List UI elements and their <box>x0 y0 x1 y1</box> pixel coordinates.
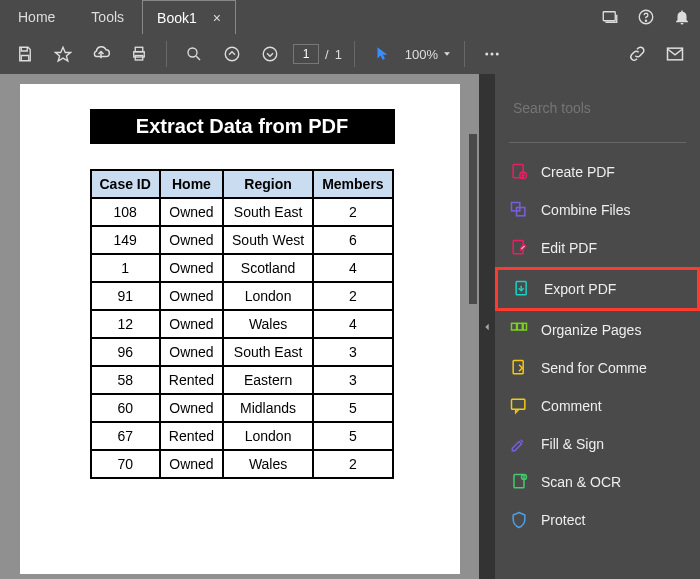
tab-home[interactable]: Home <box>0 0 73 34</box>
table-cell: 2 <box>313 198 392 226</box>
table-cell: Owned <box>160 338 223 366</box>
table-cell: 91 <box>91 282 160 310</box>
toolbar-separator <box>464 41 465 67</box>
svg-point-11 <box>263 47 277 61</box>
tool-icon <box>509 510 529 530</box>
table-cell: South East <box>223 198 313 226</box>
table-cell: 5 <box>313 422 392 450</box>
table-row: 67RentedLondon5 <box>91 422 393 450</box>
page-navigation: / 1 <box>293 44 342 64</box>
selection-tool-icon[interactable] <box>367 39 397 69</box>
table-head: Case ID Home Region Members <box>91 170 393 198</box>
tool-icon <box>509 358 529 378</box>
tool-icon <box>512 279 532 299</box>
search-input[interactable] <box>513 100 688 116</box>
tool-icon <box>509 396 529 416</box>
table-cell: 60 <box>91 394 160 422</box>
sidebar-item-edit-pdf[interactable]: Edit PDF <box>495 229 700 267</box>
find-icon[interactable] <box>179 39 209 69</box>
table-cell: Owned <box>160 226 223 254</box>
page-total: 1 <box>335 47 342 62</box>
cloud-icon[interactable] <box>86 39 116 69</box>
tools-sidebar: Create PDFCombine FilesEdit PDFExport PD… <box>495 74 700 579</box>
sidebar-item-comment[interactable]: Comment <box>495 387 700 425</box>
svg-point-10 <box>225 47 239 61</box>
col-header: Home <box>160 170 223 198</box>
tab-tools[interactable]: Tools <box>73 0 142 34</box>
page-down-icon[interactable] <box>255 39 285 69</box>
tab-document[interactable]: Book1 × <box>142 0 236 34</box>
svg-marker-13 <box>444 52 450 55</box>
table-cell: 5 <box>313 394 392 422</box>
table-body: 108OwnedSouth East2149OwnedSouth West61O… <box>91 198 393 478</box>
sidebar-item-label: Edit PDF <box>541 240 597 256</box>
close-tab-icon[interactable]: × <box>213 10 221 26</box>
table-row: 149OwnedSouth West6 <box>91 226 393 254</box>
svg-line-9 <box>196 56 200 60</box>
page-input[interactable] <box>293 44 319 64</box>
table-cell: Rented <box>160 366 223 394</box>
search-tools[interactable] <box>509 92 686 124</box>
sidebar-item-create-pdf[interactable]: Create PDF <box>495 153 700 191</box>
table-cell: 4 <box>313 310 392 338</box>
table-cell: 3 <box>313 338 392 366</box>
tool-icon <box>509 200 529 220</box>
svg-rect-31 <box>523 323 526 330</box>
svg-point-16 <box>496 53 499 56</box>
table-row: 58RentedEastern3 <box>91 366 393 394</box>
sidebar-item-organize-pages[interactable]: Organize Pages <box>495 311 700 349</box>
svg-rect-34 <box>514 475 524 488</box>
sidebar-item-label: Export PDF <box>544 281 616 297</box>
col-header: Members <box>313 170 392 198</box>
sidebar-collapse-handle[interactable] <box>479 74 495 579</box>
save-icon[interactable] <box>10 39 40 69</box>
print-icon[interactable] <box>124 39 154 69</box>
table-cell: South East <box>223 338 313 366</box>
sidebar-item-label: Create PDF <box>541 164 615 180</box>
data-table: Case ID Home Region Members 108OwnedSout… <box>90 169 394 479</box>
table-cell: Wales <box>223 450 313 478</box>
table-cell: 12 <box>91 310 160 338</box>
toolbar-separator <box>354 41 355 67</box>
table-cell: Wales <box>223 310 313 338</box>
table-cell: Owned <box>160 310 223 338</box>
table-cell: Owned <box>160 450 223 478</box>
sidebar-item-label: Send for Comme <box>541 360 647 376</box>
share-device-icon[interactable] <box>596 3 624 31</box>
sidebar-divider <box>509 142 686 143</box>
sidebar-item-send-for-comme[interactable]: Send for Comme <box>495 349 700 387</box>
notifications-icon[interactable] <box>668 3 696 31</box>
table-row: 12OwnedWales4 <box>91 310 393 338</box>
sidebar-item-export-pdf[interactable]: Export PDF <box>495 267 700 311</box>
svg-rect-6 <box>135 47 143 52</box>
document-page: Extract Data from PDF Case ID Home Regio… <box>20 84 460 574</box>
table-cell: 1 <box>91 254 160 282</box>
sidebar-item-scan-ocr[interactable]: Scan & OCR <box>495 463 700 501</box>
zoom-dropdown[interactable]: 100% <box>405 47 452 62</box>
svg-rect-30 <box>517 323 522 330</box>
sidebar-item-protect[interactable]: Protect <box>495 501 700 539</box>
sidebar-item-label: Combine Files <box>541 202 630 218</box>
tool-icon <box>509 472 529 492</box>
help-icon[interactable] <box>632 3 660 31</box>
link-icon[interactable] <box>622 39 652 69</box>
table-cell: 2 <box>313 282 392 310</box>
star-icon[interactable] <box>48 39 78 69</box>
table-cell: 3 <box>313 366 392 394</box>
table-row: 60OwnedMidlands5 <box>91 394 393 422</box>
doc-tab-label: Book1 <box>157 10 197 26</box>
more-icon[interactable] <box>477 39 507 69</box>
table-cell: Midlands <box>223 394 313 422</box>
email-icon[interactable] <box>660 39 690 69</box>
viewer-scroll-hint <box>469 134 477 304</box>
svg-point-8 <box>188 48 197 57</box>
table-cell: 4 <box>313 254 392 282</box>
col-header: Case ID <box>91 170 160 198</box>
sidebar-item-fill-sign[interactable]: Fill & Sign <box>495 425 700 463</box>
sidebar-item-combine-files[interactable]: Combine Files <box>495 191 700 229</box>
tool-icon <box>509 434 529 454</box>
table-cell: 6 <box>313 226 392 254</box>
table-cell: Scotland <box>223 254 313 282</box>
main-area: Extract Data from PDF Case ID Home Regio… <box>0 74 700 579</box>
page-up-icon[interactable] <box>217 39 247 69</box>
